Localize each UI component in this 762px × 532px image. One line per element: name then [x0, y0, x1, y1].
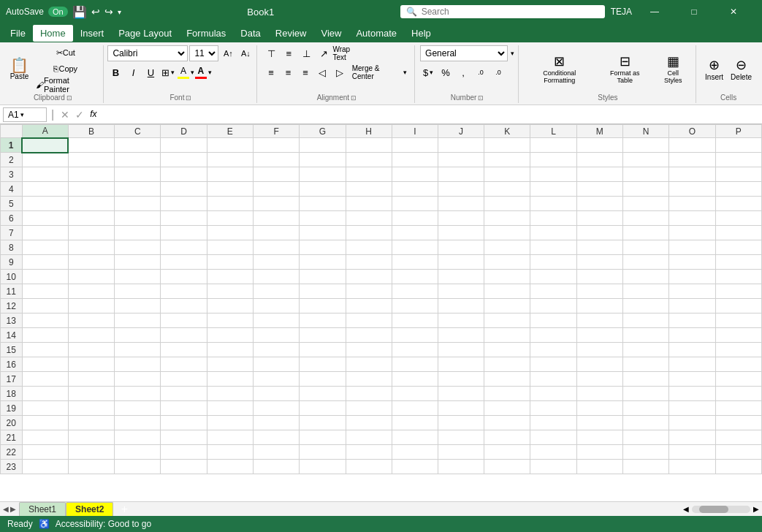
cell-H23[interactable] — [346, 460, 392, 474]
number-expand-icon[interactable]: ⊡ — [478, 94, 484, 102]
add-sheet-btn[interactable]: + — [116, 503, 132, 516]
cell-F4[interactable] — [253, 182, 299, 197]
cell-F23[interactable] — [253, 460, 299, 474]
cell-O8[interactable] — [669, 240, 715, 255]
cell-M19[interactable] — [576, 401, 622, 416]
cell-C3[interactable] — [115, 167, 161, 182]
col-header-L[interactable]: L — [530, 125, 576, 138]
cell-C22[interactable] — [115, 445, 161, 460]
cell-D10[interactable] — [161, 270, 207, 284]
cell-M13[interactable] — [576, 314, 622, 328]
align-top-btn[interactable]: ⊤ — [263, 45, 279, 61]
cell-M15[interactable] — [576, 343, 622, 357]
h-scroll-right-btn[interactable]: ▶ — [753, 505, 759, 513]
cell-B16[interactable] — [68, 357, 114, 372]
cell-D11[interactable] — [161, 284, 207, 299]
cell-F10[interactable] — [253, 270, 299, 284]
cell-E4[interactable] — [207, 182, 253, 197]
row-header-19[interactable]: 19 — [1, 401, 23, 416]
cell-F9[interactable] — [253, 255, 299, 270]
cell-I3[interactable] — [392, 167, 438, 182]
cell-N14[interactable] — [623, 328, 669, 343]
row-header-15[interactable]: 15 — [1, 343, 23, 357]
cell-L8[interactable] — [530, 240, 576, 255]
cell-H5[interactable] — [346, 197, 392, 211]
cell-O9[interactable] — [669, 255, 715, 270]
cell-I22[interactable] — [392, 445, 438, 460]
cell-I11[interactable] — [392, 284, 438, 299]
cell-B13[interactable] — [68, 314, 114, 328]
bold-btn[interactable]: B — [107, 64, 123, 80]
cell-P15[interactable] — [715, 343, 761, 357]
cell-A22[interactable] — [22, 445, 68, 460]
cell-O17[interactable] — [669, 372, 715, 387]
cell-P16[interactable] — [715, 357, 761, 372]
cell-C14[interactable] — [115, 328, 161, 343]
menu-view[interactable]: View — [313, 25, 348, 42]
cell-O6[interactable] — [669, 211, 715, 226]
indent-inc-btn[interactable]: ▷ — [332, 64, 347, 80]
cell-P21[interactable] — [715, 430, 761, 445]
cell-I10[interactable] — [392, 270, 438, 284]
cell-G21[interactable] — [300, 430, 346, 445]
cell-P11[interactable] — [715, 284, 761, 299]
cell-N3[interactable] — [623, 167, 669, 182]
format-painter-btn[interactable]: 🖌 Format Painter — [33, 77, 99, 92]
cell-A17[interactable] — [22, 372, 68, 387]
cell-D22[interactable] — [161, 445, 207, 460]
cell-ref-box[interactable]: A1 ▾ — [3, 107, 47, 122]
cell-C11[interactable] — [115, 284, 161, 299]
row-header-2[interactable]: 2 — [1, 153, 23, 167]
percent-btn[interactable]: % — [438, 64, 454, 80]
cell-L14[interactable] — [530, 328, 576, 343]
cell-C2[interactable] — [115, 153, 161, 167]
cell-H7[interactable] — [346, 226, 392, 240]
cell-M5[interactable] — [576, 197, 622, 211]
menu-file[interactable]: File — [3, 25, 33, 42]
cell-J5[interactable] — [438, 197, 484, 211]
cell-G3[interactable] — [300, 167, 346, 182]
cell-C10[interactable] — [115, 270, 161, 284]
cell-M6[interactable] — [576, 211, 622, 226]
cell-K16[interactable] — [484, 357, 530, 372]
cell-D15[interactable] — [161, 343, 207, 357]
row-header-23[interactable]: 23 — [1, 460, 23, 474]
cell-I18[interactable] — [392, 387, 438, 401]
menu-home[interactable]: Home — [33, 25, 73, 42]
cell-O7[interactable] — [669, 226, 715, 240]
menu-insert[interactable]: Insert — [73, 25, 112, 42]
cell-G17[interactable] — [300, 372, 346, 387]
cell-J21[interactable] — [438, 430, 484, 445]
redo-btn[interactable]: ↪ — [104, 6, 113, 18]
cell-F2[interactable] — [253, 153, 299, 167]
cell-I17[interactable] — [392, 372, 438, 387]
cell-I4[interactable] — [392, 182, 438, 197]
cell-F14[interactable] — [253, 328, 299, 343]
cell-B23[interactable] — [68, 460, 114, 474]
copy-btn[interactable]: ⎘ Copy — [33, 61, 99, 76]
cell-L4[interactable] — [530, 182, 576, 197]
cell-L12[interactable] — [530, 299, 576, 314]
cell-E6[interactable] — [207, 211, 253, 226]
cell-O10[interactable] — [669, 270, 715, 284]
cell-E7[interactable] — [207, 226, 253, 240]
cell-G23[interactable] — [300, 460, 346, 474]
cell-D6[interactable] — [161, 211, 207, 226]
cell-A15[interactable] — [22, 343, 68, 357]
cell-J20[interactable] — [438, 416, 484, 430]
cell-B4[interactable] — [68, 182, 114, 197]
cell-M14[interactable] — [576, 328, 622, 343]
cell-O11[interactable] — [669, 284, 715, 299]
cell-B18[interactable] — [68, 387, 114, 401]
cell-E16[interactable] — [207, 357, 253, 372]
increase-font-btn[interactable]: A↑ — [220, 45, 236, 61]
cell-D4[interactable] — [161, 182, 207, 197]
cell-N19[interactable] — [623, 401, 669, 416]
col-header-H[interactable]: H — [346, 125, 392, 138]
cell-E12[interactable] — [207, 299, 253, 314]
merge-center-btn[interactable]: Merge & Center ▾ — [349, 65, 411, 80]
cell-E23[interactable] — [207, 460, 253, 474]
cell-L1[interactable] — [530, 138, 576, 153]
cell-N20[interactable] — [623, 416, 669, 430]
cell-O13[interactable] — [669, 314, 715, 328]
